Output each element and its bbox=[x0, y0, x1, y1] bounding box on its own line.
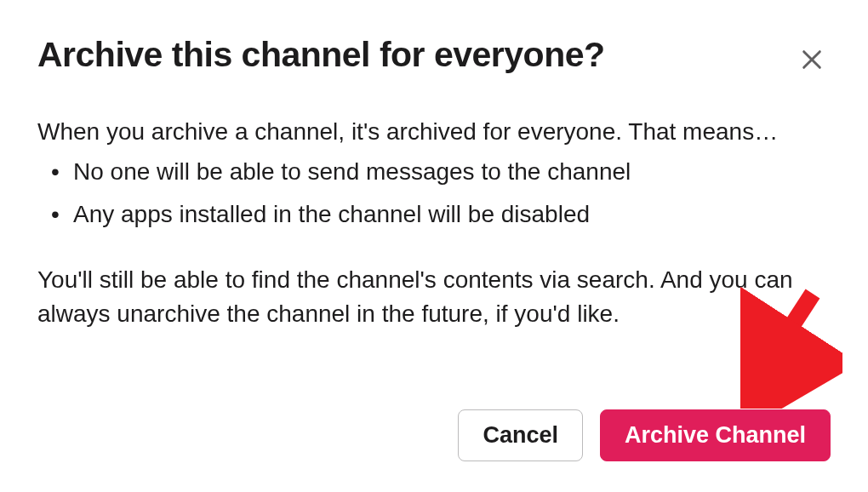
dialog-body: When you archive a channel, it's archive… bbox=[37, 115, 831, 332]
list-item: Any apps installed in the channel will b… bbox=[37, 197, 831, 232]
archive-channel-button[interactable]: Archive Channel bbox=[600, 409, 831, 461]
close-icon bbox=[798, 46, 825, 76]
bullet-list: No one will be able to send messages to … bbox=[37, 155, 831, 232]
dialog-footer: Cancel Archive Channel bbox=[458, 409, 831, 461]
list-item: No one will be able to send messages to … bbox=[37, 155, 831, 190]
close-button[interactable] bbox=[793, 41, 831, 81]
archive-channel-dialog: Archive this channel for everyone? When … bbox=[0, 0, 868, 492]
cancel-button[interactable]: Cancel bbox=[458, 409, 583, 461]
footer-text: You'll still be able to find the channel… bbox=[37, 263, 831, 332]
dialog-header: Archive this channel for everyone? bbox=[37, 34, 831, 81]
dialog-title: Archive this channel for everyone? bbox=[37, 34, 605, 76]
intro-text: When you archive a channel, it's archive… bbox=[37, 115, 831, 150]
